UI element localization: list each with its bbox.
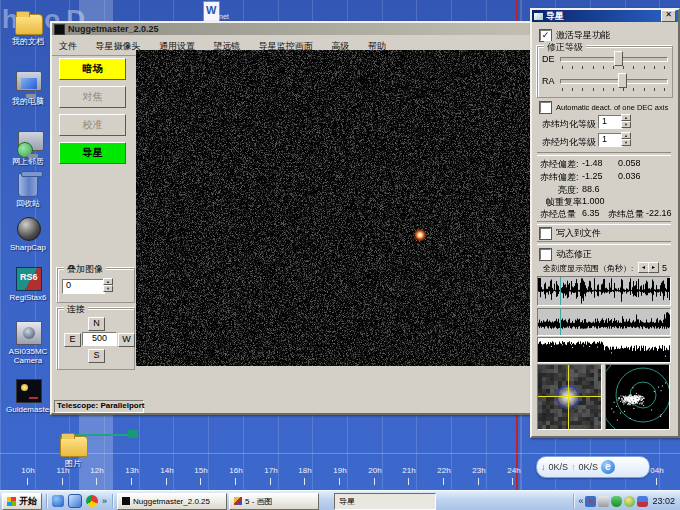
menu-file[interactable]: 文件: [52, 38, 84, 55]
task-paint[interactable]: 5 - 画图: [229, 493, 319, 510]
nudge-west-button[interactable]: W: [118, 333, 135, 347]
task-nuggetmaster[interactable]: Nuggetmaster_2.0.25: [117, 493, 227, 510]
desktop-icon-network-places[interactable]: 网上邻居: [6, 128, 50, 166]
overlay-image-group-title: 叠加图像: [64, 263, 106, 276]
ra-slider-thumb[interactable]: [618, 73, 627, 88]
checkbox-unchecked-icon[interactable]: [540, 228, 551, 239]
timeline-hour: 18h: [288, 466, 322, 475]
tray-shield-icon[interactable]: [611, 496, 622, 507]
dialog-titlebar[interactable]: 导星 ✕: [532, 10, 678, 22]
tray-network-icon[interactable]: ✕: [585, 496, 596, 507]
calibrate-button[interactable]: 校准: [59, 114, 126, 136]
browser-icon[interactable]: e: [601, 460, 615, 474]
overlay-count-spinner[interactable]: ▲ ▼: [103, 278, 113, 292]
dec-deviation-row: 赤纬偏差: -1.25 0.036: [540, 171, 579, 184]
de-slider-thumb[interactable]: [614, 51, 623, 66]
desktop-icon-asi035mc-camera[interactable]: ASI035MC Camera: [6, 318, 50, 365]
window-titlebar[interactable]: Nuggetmaster_2.0.25: [52, 23, 535, 35]
brightness-value: 88.6: [582, 184, 600, 194]
correction-level-title: 修正等级: [544, 41, 586, 54]
de-slider-label: DE: [542, 54, 555, 64]
totals-row: 赤经总量 6.35 赤纬总量 -22.16: [540, 208, 576, 221]
write-to-file-checkbox[interactable]: 写入到文件: [540, 227, 601, 240]
tray-collapse-icon[interactable]: «: [578, 496, 583, 506]
dec-total-value: -22.16: [646, 208, 672, 218]
nudge-east-button[interactable]: E: [64, 333, 81, 347]
ra-slider-ticks: [562, 88, 666, 91]
desktop-icon-label: 回收站: [6, 199, 50, 208]
desktop-icon-label: 图片: [51, 459, 95, 468]
dark-frame-button[interactable]: 暗场: [59, 58, 126, 80]
task-icon: [234, 497, 242, 505]
guide-camera-view: [136, 50, 533, 366]
checkbox-unchecked-icon[interactable]: [540, 249, 551, 260]
spin-up-icon[interactable]: ▲: [103, 278, 113, 285]
timeline-tick: [131, 478, 132, 485]
nuggetmaster-window: Nuggetmaster_2.0.25 文件 导星摄像头 通用设置 望远镜 导星…: [50, 21, 537, 415]
taskbar-divider: [46, 494, 47, 508]
ra-averaging-label: 赤经均化等级: [542, 136, 596, 149]
desktop-icon-sharpcap[interactable]: SharpCap: [6, 214, 50, 252]
quicklaunch-overflow-icon[interactable]: »: [102, 496, 107, 506]
guide-button[interactable]: 导星: [59, 142, 126, 164]
checkbox-unchecked-icon[interactable]: [540, 102, 551, 113]
timeline-tick: [166, 478, 167, 485]
ra-averaging-spinner[interactable]: ▲ ▼: [621, 132, 631, 146]
desktop-icon-my-documents[interactable]: 我的文档: [6, 8, 50, 46]
ra-slider-track[interactable]: [560, 79, 668, 84]
desktop-icon-label: 网上邻居: [6, 157, 50, 166]
timeline-tick: [27, 478, 28, 485]
task-guiding[interactable]: 导星: [334, 493, 436, 510]
tray-printer-icon[interactable]: [598, 496, 609, 507]
quicklaunch-chrome-icon[interactable]: [86, 495, 98, 507]
desktop-icon-registax6[interactable]: RS6 RegiStax6: [6, 264, 50, 302]
brightness-graph: [537, 337, 671, 363]
spin-down-icon[interactable]: ▼: [621, 121, 631, 128]
ra-deviation-value: -1.48: [582, 158, 603, 168]
timeline-hour: 24h: [497, 466, 531, 475]
tray-downloader-icon[interactable]: [637, 496, 648, 507]
wallpaper-horizontal-line: [0, 453, 680, 454]
scale-increase-icon[interactable]: ►: [648, 262, 659, 273]
dynamic-correction-label: 动态修正: [556, 248, 592, 261]
close-icon[interactable]: ✕: [661, 10, 676, 22]
timeline-tick: [374, 478, 375, 485]
auto-deact-label: Automatic deact. of one DEC axis: [556, 103, 668, 112]
dec-averaging-spinner[interactable]: ▲ ▼: [621, 114, 631, 128]
desktop-icon-guidemaster[interactable]: Guidemaster: [6, 376, 50, 414]
desktop-icon-my-computer[interactable]: 我的电脑: [6, 68, 50, 106]
net-speed-widget[interactable]: ↓ 0K/S ↑ 0K/S e: [536, 456, 650, 478]
status-bar: Telescope: Parallelport: [53, 400, 530, 412]
desktop-icon-pictures[interactable]: 图片: [51, 430, 95, 468]
quicklaunch-messenger-icon[interactable]: [52, 495, 64, 507]
spin-down-icon[interactable]: ▼: [103, 285, 113, 292]
desktop-icon-recycle-bin[interactable]: 回收站: [6, 170, 50, 208]
overlay-image-group: 叠加图像 0 ▲ ▼: [57, 268, 135, 303]
write-to-file-label: 写入到文件: [556, 227, 601, 240]
auto-deact-checkbox[interactable]: Automatic deact. of one DEC axis: [540, 102, 668, 113]
timeline-hour: 14h: [150, 466, 184, 475]
recycle-bin-icon: [18, 173, 38, 197]
dialog-icon: [534, 13, 543, 20]
timeline-tick: [270, 478, 271, 485]
spin-down-icon[interactable]: ▼: [621, 139, 631, 146]
ra-averaging-input[interactable]: 1: [598, 133, 623, 147]
timeline-tick: [200, 478, 201, 485]
dec-averaging-input[interactable]: 1: [598, 115, 623, 129]
checkbox-checked-icon[interactable]: ✓: [540, 30, 551, 41]
timeline-hour: 20h: [358, 466, 392, 475]
focus-button[interactable]: 对焦: [59, 86, 126, 108]
quicklaunch-explorer-icon[interactable]: [68, 494, 82, 508]
pulse-duration-input[interactable]: 500: [82, 332, 117, 346]
dynamic-correction-checkbox[interactable]: 动态修正: [540, 248, 592, 261]
nudge-north-button[interactable]: N: [88, 317, 105, 331]
status-bar-telescope: Telescope: Parallelport: [54, 400, 144, 413]
overlay-count-input[interactable]: 0: [62, 279, 105, 294]
tray-safe-icon[interactable]: [624, 496, 635, 507]
nudge-south-button[interactable]: S: [88, 349, 105, 363]
timeline-hour: 17h: [254, 466, 288, 475]
spin-up-icon[interactable]: ▲: [621, 132, 631, 139]
start-button[interactable]: 开始: [2, 493, 42, 510]
spin-up-icon[interactable]: ▲: [621, 114, 631, 121]
my-documents-icon: [15, 14, 43, 35]
